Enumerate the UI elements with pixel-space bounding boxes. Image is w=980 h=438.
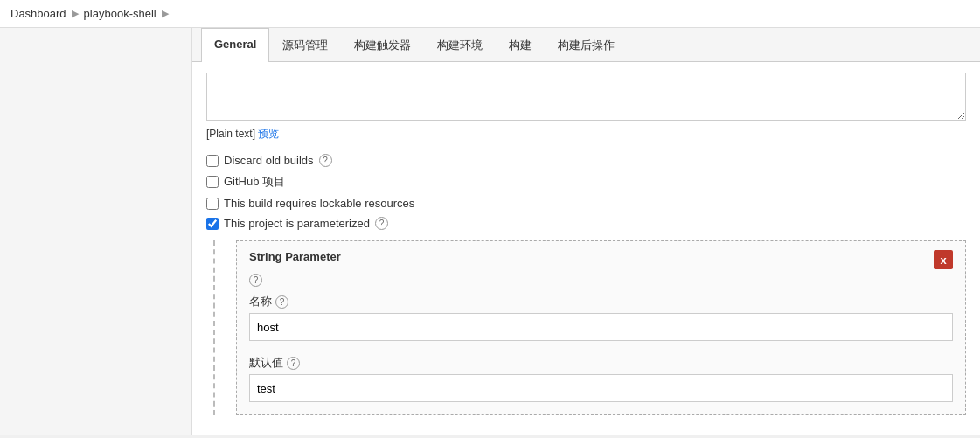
breadcrumb-project[interactable]: playbook-shell [84,7,156,20]
checkbox-row-discard: Discard old builds ? [206,154,966,167]
name-field-label: 名称 ? [249,294,953,309]
breadcrumb-sep-2: ▶ [162,8,169,19]
param-close-button[interactable]: x [934,250,953,269]
param-help-icon[interactable]: ? [249,274,262,287]
name-input[interactable] [249,313,953,341]
plain-text-preview: [Plain text] 预览 [206,127,966,142]
tab-scm[interactable]: 源码管理 [269,28,341,62]
param-header: String Parameter x [249,250,953,269]
content-area: General 源码管理 构建触发器 构建环境 构建 构建后操作 [Plain … [192,28,980,435]
name-field-group: 名称 ? [249,294,953,341]
tab-general[interactable]: General [201,28,269,62]
parameterized-container: String Parameter x ? 名称 ? [213,240,966,415]
tab-build[interactable]: 构建 [496,28,545,62]
tab-env[interactable]: 构建环境 [424,28,496,62]
checkbox-row-lockable: This build requires lockable resources [206,197,966,210]
tabs-bar: General 源码管理 构建触发器 构建环境 构建 构建后操作 [192,28,980,62]
param-help-row: ? [249,273,953,287]
checkbox-github[interactable] [206,176,219,188]
description-textarea[interactable] [206,73,966,121]
checkbox-github-label: GitHub 项目 [224,174,285,190]
checkbox-parameterized-label: This project is parameterized [224,217,370,230]
help-icon-parameterized[interactable]: ? [375,217,388,230]
checkbox-parameterized[interactable] [206,218,219,230]
param-title: String Parameter [249,250,341,263]
name-label-text: 名称 [249,294,272,309]
default-field-group: 默认值 ? [249,355,953,402]
checkbox-row-parameterized: This project is parameterized ? [206,217,966,230]
preview-link[interactable]: 预览 [258,128,279,140]
checkbox-lockable-label: This build requires lockable resources [224,197,414,210]
breadcrumb: Dashboard ▶ playbook-shell ▶ [0,0,980,28]
string-parameter-section: String Parameter x ? 名称 ? [236,240,966,415]
checkbox-discard[interactable] [206,155,219,167]
checkboxes-group: Discard old builds ? GitHub 项目 This buil… [206,154,966,230]
help-icon-discard[interactable]: ? [319,154,332,167]
checkbox-lockable[interactable] [206,198,219,210]
default-input[interactable] [249,374,953,402]
sidebar [0,28,192,435]
tab-post[interactable]: 构建后操作 [545,28,628,62]
tab-content-general: [Plain text] 预览 Discard old builds ? Git… [192,62,980,426]
tab-triggers[interactable]: 构建触发器 [341,28,424,62]
plain-text-label: [Plain text] [206,128,255,140]
default-field-label: 默认值 ? [249,355,953,371]
breadcrumb-dashboard[interactable]: Dashboard [10,7,66,20]
name-help-icon[interactable]: ? [275,295,288,309]
breadcrumb-sep-1: ▶ [72,8,79,19]
checkbox-row-github: GitHub 项目 [206,174,966,190]
default-help-icon[interactable]: ? [287,357,300,370]
checkbox-discard-label: Discard old builds [224,154,314,167]
default-label-text: 默认值 [249,355,283,371]
